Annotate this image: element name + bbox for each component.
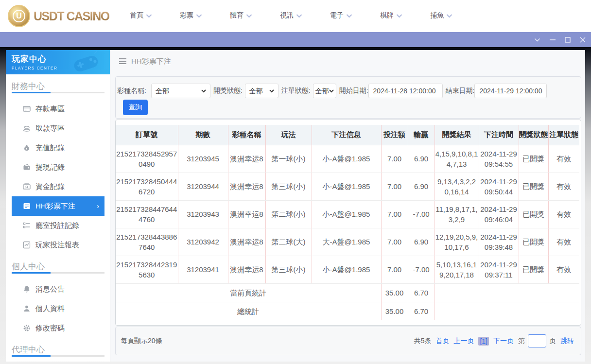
nav-item-label: 棋牌 xyxy=(380,11,394,20)
col-order-status: 注單狀態 xyxy=(548,125,579,145)
pagination-controls: 共5条 首页 上一页 [1] 下一页 第 页 跳转 xyxy=(414,334,574,347)
table-cell: -7.00 xyxy=(408,256,435,283)
sidebar-item-funds-record[interactable]: 資金記錄 xyxy=(12,177,104,196)
draw-status-select[interactable]: 全部 xyxy=(245,84,278,98)
draw-status-label: 開獎狀態: xyxy=(213,87,243,95)
nav-item-cards[interactable]: 棋牌 xyxy=(380,11,430,20)
summary-winloss: 6.70 xyxy=(408,283,435,302)
first-page-link[interactable]: 首页 xyxy=(435,337,449,346)
sidebar-item-room-bet-record[interactable]: 廳室投註記錄 xyxy=(12,216,104,235)
logo-icon: U xyxy=(8,5,30,27)
sidebar-item-label: 取款專區 xyxy=(35,124,65,133)
app-background: 玩家中心 PLAYERS CENTER 財務中心 存款專區 取款專區 充值記錄 xyxy=(0,47,591,364)
table-cell: 31203944 xyxy=(178,173,228,200)
search-button[interactable]: 查詢 xyxy=(123,100,148,115)
jump-control: 第 页 xyxy=(518,334,556,347)
order-status-select[interactable]: 全部 xyxy=(313,84,336,98)
summary-label: 總統計 xyxy=(116,302,381,320)
jump-label-pre: 第 xyxy=(518,337,525,346)
deposit-card-icon xyxy=(22,105,31,113)
table-cell: 小-A盤@1.985 xyxy=(312,200,381,228)
table-cell: 31203941 xyxy=(178,256,228,283)
table-cell: 有效 xyxy=(548,145,579,173)
logo[interactable]: U USDT CASINO xyxy=(8,5,109,27)
sidebar-item-deposit[interactable]: 存款專區 xyxy=(12,99,104,119)
table-cell: 2152173284476444760 xyxy=(116,200,178,228)
table-cell: 2152173284423195630 xyxy=(116,256,178,283)
logo-monogram: U xyxy=(13,10,25,22)
gear-icon xyxy=(22,324,31,332)
table-cell: 31203942 xyxy=(178,228,228,256)
chevron-down-icon xyxy=(296,14,303,18)
table-cell: 9,13,4,3,2,20,16,14 xyxy=(435,173,479,200)
chevron-down-icon xyxy=(246,14,253,18)
table-cell: 2152173284504446720 xyxy=(116,173,178,200)
end-date-input[interactable] xyxy=(474,84,547,98)
table-cell: 小-A盤@1.985 xyxy=(312,256,381,283)
window-maximize-button[interactable] xyxy=(560,32,575,47)
table-cell: 11,19,8,17,1,3,2,9 xyxy=(435,200,479,228)
bell-icon xyxy=(22,285,31,294)
prev-page-link[interactable]: 上一页 xyxy=(453,337,474,346)
summary-winloss: 6.70 xyxy=(408,302,435,320)
table-cell: 澳洲幸运8 xyxy=(228,200,265,228)
sidebar-item-label: 廳室投註記錄 xyxy=(35,221,79,230)
table-cell: 2152173284438867640 xyxy=(116,228,178,256)
sidebar-item-announcements[interactable]: 消息公告 xyxy=(12,279,104,299)
table-cell: 小-A盤@1.985 xyxy=(312,145,381,173)
col-bet-time: 下注時間 xyxy=(479,125,519,145)
next-page-link[interactable]: 下一页 xyxy=(493,337,514,346)
sidebar-section-finance: 財務中心 xyxy=(12,74,104,92)
pagination-bar: 每頁顯示20條 共5条 首页 上一页 [1] 下一页 第 页 跳转 xyxy=(115,327,581,355)
nav-item-fishing[interactable]: 捕魚 xyxy=(430,11,480,20)
page-size-text: 每頁顯示20條 xyxy=(121,337,414,346)
sidebar-item-bet-report[interactable]: 玩家投注報表 xyxy=(12,235,104,255)
table-cell: 已開獎 xyxy=(519,145,548,173)
nav-item-live[interactable]: 視訊 xyxy=(280,11,330,20)
section-underline xyxy=(12,272,104,274)
sidebar-item-change-password[interactable]: 修改密碼 xyxy=(12,318,104,338)
sidebar-header: 玩家中心 PLAYERS CENTER xyxy=(6,50,110,74)
jump-page-input[interactable] xyxy=(528,334,546,347)
table-cell: 2024-11-29 09:39:48 xyxy=(479,228,519,256)
sidebar-item-label: 存款專區 xyxy=(35,104,65,114)
end-date-label: 結束日期: xyxy=(446,87,475,95)
filter-row: 彩種名稱: 全部 開獎狀態: 全部 注單狀態: 全部 開始日期: 結束日期: xyxy=(117,84,581,98)
chevron-down-icon xyxy=(534,38,540,42)
top-nav: U USDT CASINO 首頁 彩票 體育 視訊 電子 棋牌 捕魚 xyxy=(0,0,591,32)
withdraw-hand-icon xyxy=(22,124,31,133)
nav-item-lottery[interactable]: 彩票 xyxy=(180,11,230,20)
nav-item-label: 電子 xyxy=(330,11,344,20)
report-chart-icon xyxy=(22,241,31,249)
window-close-button[interactable] xyxy=(575,32,590,47)
window-dropdown-button[interactable] xyxy=(530,32,545,47)
menu-icon[interactable] xyxy=(119,57,126,66)
sidebar-item-withdraw[interactable]: 取款專區 xyxy=(12,119,104,138)
sidebar-item-withdraw-record[interactable]: 提現記錄 xyxy=(12,157,104,177)
jump-button[interactable]: 跳转 xyxy=(560,337,574,346)
nav-item-label: 彩票 xyxy=(180,11,193,20)
table-cell: 第一球(小) xyxy=(265,145,312,173)
sidebar-item-profile[interactable]: 個人資料 xyxy=(12,299,104,318)
sidebar-item-recharge-record[interactable]: 充值記錄 xyxy=(12,138,104,157)
section-underline xyxy=(12,92,104,93)
sidebar-item-label: 資金記錄 xyxy=(35,182,65,191)
sidebar-item-label: 修改密碼 xyxy=(35,324,65,333)
table-cell: 2024-11-29 09:50:44 xyxy=(479,173,519,200)
chevron-down-icon xyxy=(446,14,453,18)
nav-item-sports[interactable]: 體育 xyxy=(230,11,280,20)
filter-panel: 彩種名稱: 全部 開獎狀態: 全部 注單狀態: 全部 開始日期: 結束日期: 查… xyxy=(115,76,581,119)
col-order-id: 訂單號 xyxy=(116,125,178,145)
lottery-name-select[interactable]: 全部 xyxy=(151,84,210,98)
window-minimize-button[interactable] xyxy=(545,32,560,47)
nav-item-slots[interactable]: 電子 xyxy=(330,11,380,20)
col-play-type: 玩法 xyxy=(265,125,312,145)
start-date-input[interactable] xyxy=(368,84,443,98)
table-cell: 已開獎 xyxy=(519,228,548,256)
table-cell: 2024-11-29 09:37:11 xyxy=(479,256,519,283)
sidebar-finance-list: 存款專區 取款專區 充值記錄 提現記錄 資金記錄 xyxy=(12,99,104,255)
sidebar-item-hh-lottery-bets[interactable]: HH彩票下注 › xyxy=(12,196,104,216)
nav-item-home[interactable]: 首頁 xyxy=(130,11,180,20)
table-cell: 已開獎 xyxy=(519,200,548,228)
sidebar-item-label: 充值記錄 xyxy=(35,143,65,153)
